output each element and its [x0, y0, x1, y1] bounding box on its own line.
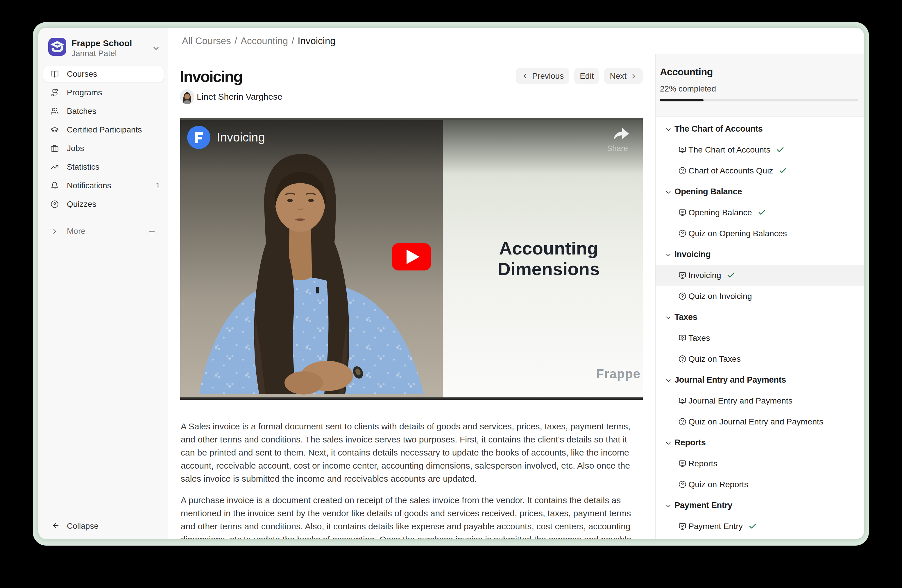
- svg-text:Invoicing: Invoicing: [217, 130, 265, 144]
- svg-text:Share: Share: [607, 144, 628, 153]
- svg-text:Dimensions: Dimensions: [498, 259, 600, 279]
- svg-text:Accounting: Accounting: [499, 238, 598, 258]
- svg-text:Frappe: Frappe: [596, 367, 640, 381]
